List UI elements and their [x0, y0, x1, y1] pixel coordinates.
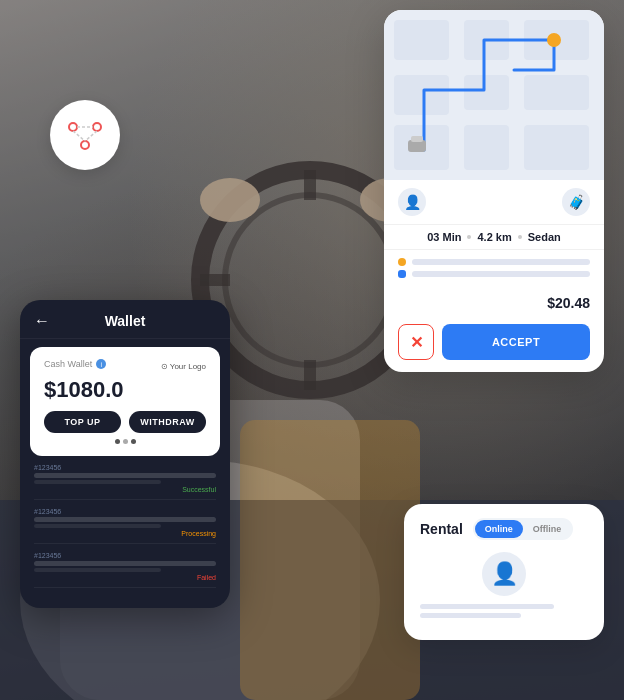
rental-bars [420, 604, 588, 618]
svg-point-19 [547, 33, 561, 47]
svg-rect-21 [411, 136, 423, 142]
wallet-actions: TOP UP WITHDRAW [44, 411, 206, 433]
withdraw-button[interactable]: WITHDRAW [129, 411, 206, 433]
carousel-dots [44, 439, 206, 444]
ride-time: 03 Min [427, 231, 461, 243]
dot-1 [115, 439, 120, 444]
txn-bar-1 [34, 473, 216, 478]
txn-bar-3 [34, 561, 216, 566]
dropoff-bar [412, 271, 590, 277]
rental-toggle: Online Offline [473, 518, 574, 540]
txn-id-3: #123456 [34, 552, 216, 559]
reject-button[interactable]: ✕ [398, 324, 434, 360]
ride-vehicle: Sedan [528, 231, 561, 243]
wallet-card: ← Wallet Cash Wallet i ⊙ Your Logo $1080… [20, 300, 230, 608]
txn-id-1: #123456 [34, 464, 216, 471]
txn-status-2: Processing [34, 530, 216, 537]
dropoff-address [398, 270, 590, 278]
topup-button[interactable]: TOP UP [44, 411, 121, 433]
your-logo: ⊙ Your Logo [161, 362, 206, 371]
map-area [384, 10, 604, 180]
transaction-item: #123456 Successful [34, 464, 216, 500]
txn-status-1: Successful [34, 486, 216, 493]
separator-dot [467, 235, 471, 239]
svg-line-17 [73, 131, 85, 141]
transaction-list: #123456 Successful #123456 Processing #1… [20, 456, 230, 588]
rental-card: Rental Online Offline 👤 [404, 504, 604, 640]
rental-bar-2 [420, 613, 521, 618]
dot-2 [123, 439, 128, 444]
transaction-item: #123456 Failed [34, 552, 216, 588]
svg-line-18 [85, 131, 97, 141]
txn-bar-short-1 [34, 480, 161, 484]
txn-bar-short-3 [34, 568, 161, 572]
svg-point-14 [93, 123, 101, 131]
rental-person-icon: 👤 [482, 552, 526, 596]
cash-wallet-label: Cash Wallet i [44, 359, 106, 369]
address-section [384, 250, 604, 290]
pickup-address [398, 258, 590, 266]
ride-request-card: 👤 🧳 03 Min 4.2 km Sedan $20.48 ✕ ACCEPT [384, 10, 604, 372]
wallet-balance-section: Cash Wallet i ⊙ Your Logo $1080.0 TOP UP… [30, 347, 220, 456]
txn-id-2: #123456 [34, 508, 216, 515]
txn-bar-2 [34, 517, 216, 522]
online-toggle-button[interactable]: Online [475, 520, 523, 538]
svg-point-15 [81, 141, 89, 149]
wallet-title: Wallet [50, 313, 200, 329]
rental-header: Rental Online Offline [420, 518, 588, 540]
map-icons-bar: 👤 🧳 [384, 180, 604, 225]
offline-toggle-button[interactable]: Offline [523, 520, 572, 538]
person-icon: 👤 [398, 188, 426, 216]
dropoff-dot [398, 270, 406, 278]
route-icon-svg [63, 113, 107, 157]
txn-bar-short-2 [34, 524, 161, 528]
separator-dot [518, 235, 522, 239]
pickup-dot [398, 258, 406, 266]
wallet-back-button[interactable]: ← [34, 312, 50, 330]
rental-bar-1 [420, 604, 554, 609]
transaction-item: #123456 Processing [34, 508, 216, 544]
balance-amount: $1080.0 [44, 377, 206, 403]
txn-status-3: Failed [34, 574, 216, 581]
bag-icon: 🧳 [562, 188, 590, 216]
accept-button[interactable]: ACCEPT [442, 324, 590, 360]
ride-price: $20.48 [547, 295, 590, 311]
rental-title: Rental [420, 521, 463, 537]
action-buttons: ✕ ACCEPT [384, 318, 604, 372]
svg-point-13 [69, 123, 77, 131]
ride-distance: 4.2 km [477, 231, 511, 243]
pickup-bar [412, 259, 590, 265]
price-row: $20.48 [384, 290, 604, 318]
route-svg [384, 10, 604, 180]
dot-3 [131, 439, 136, 444]
route-icon-container [50, 100, 120, 170]
ride-info-row: 03 Min 4.2 km Sedan [384, 225, 604, 250]
wallet-header: ← Wallet [20, 300, 230, 339]
info-dot: i [96, 359, 106, 369]
